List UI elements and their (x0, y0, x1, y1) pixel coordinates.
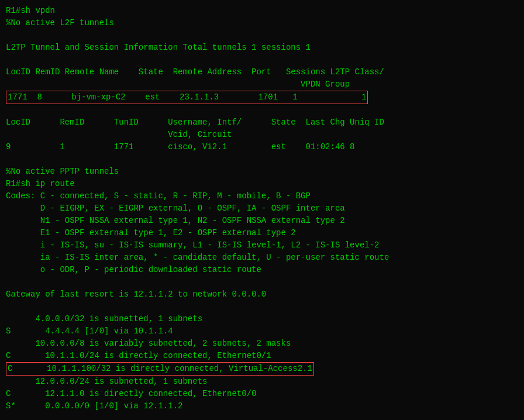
col-header-1b: VPDN Group (6, 78, 518, 91)
route-12-1-1-0: C 12.1.1.0 is directly connected, Ethern… (6, 388, 518, 400)
blank-6 (6, 301, 518, 313)
cmd-ip-route: R1#sh ip route (6, 178, 518, 190)
codes-line-6: ia - IS-IS inter area, * - candidate def… (6, 252, 518, 264)
no-l2f-tunnels: %No active L2F tunnels (6, 17, 518, 29)
terminal-window: R1#sh vpdn %No active L2F tunnels L2TP T… (6, 5, 518, 415)
col-header-2a: LocID RemID TunID Username, Intf/ State … (6, 116, 518, 129)
subnet-10-0: 10.0.0.0/8 is variably subnetted, 2 subn… (6, 338, 518, 350)
tunnel-highlight-box: 1771 8 bj-vm-xp-C2 est 23.1.1.3 1701 1 1 (6, 91, 368, 104)
tunnel-data-row: 1771 8 bj-vm-xp-C2 est 23.1.1.3 1701 1 1 (6, 91, 518, 104)
session-data-row: 9 1 1771 cisco, Vi2.1 est 01:02:46 8 (6, 141, 518, 153)
l2tp-header: L2TP Tunnel and Session Information Tota… (6, 42, 518, 54)
blank-3 (6, 104, 518, 116)
route-default: S* 0.0.0.0/0 [1/0] via 12.1.1.2 (6, 400, 518, 412)
no-pptp-tunnels: %No active PPTP tunnels (6, 166, 518, 178)
blank-2 (6, 54, 518, 66)
route-highlight-box: C 10.1.1.100/32 is directly connected, V… (6, 362, 314, 376)
route-10-1-1-100: C 10.1.1.100/32 is directly connected, V… (6, 362, 518, 376)
cmd-vpdn: R1#sh vpdn (6, 5, 518, 17)
blank-4 (6, 153, 518, 166)
codes-line-1: Codes: C - connected, S - static, R - RI… (6, 190, 518, 202)
blank-1 (6, 29, 518, 42)
col-header-1a: LocID RemID Remote Name State Remote Add… (6, 66, 518, 78)
gateway-last-resort: Gateway of last resort is 12.1.1.2 to ne… (6, 288, 518, 301)
blank-5 (6, 276, 518, 288)
codes-line-7: o - ODR, P - periodic downloaded static … (6, 264, 518, 276)
codes-line-3: N1 - OSPF NSSA external type 1, N2 - OSP… (6, 215, 518, 227)
codes-line-4: E1 - OSPF external type 1, E2 - OSPF ext… (6, 227, 518, 239)
codes-line-5: i - IS-IS, su - IS-IS summary, L1 - IS-I… (6, 239, 518, 252)
route-10-1-1-0: C 10.1.1.0/24 is directly connected, Eth… (6, 350, 518, 362)
route-4-4-4-4: S 4.4.4.4 [1/0] via 10.1.1.4 (6, 325, 518, 338)
col-header-2b: Vcid, Circuit (6, 129, 518, 141)
subnet-4-0: 4.0.0.0/32 is subnetted, 1 subnets (6, 313, 518, 325)
codes-line-2: D - EIGRP, EX - EIGRP external, O - OSPF… (6, 202, 518, 215)
subnet-12-0: 12.0.0.0/24 is subnetted, 1 subnets (6, 376, 518, 388)
